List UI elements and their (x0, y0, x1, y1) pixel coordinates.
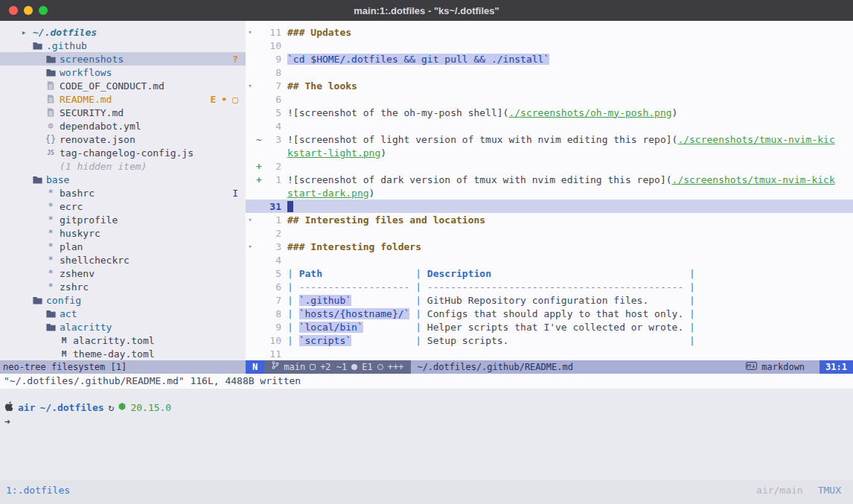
prompt-input-line[interactable]: ➜ (4, 416, 853, 430)
editor-line[interactable]: 4 (246, 119, 853, 133)
tree-item-dotfiles[interactable]: ▸~/.dotfiles (0, 25, 246, 39)
editor-line[interactable]: ~3![screenshot of light version of tmux … (246, 133, 853, 146)
editor-line[interactable]: ▾7## The looks (246, 79, 853, 92)
editor-line[interactable]: +1![screenshot of dark version of tmux w… (246, 173, 853, 186)
minimize-window-button[interactable] (24, 6, 33, 15)
tree-item-config[interactable]: config (0, 293, 246, 307)
tree-item-security-md[interactable]: SECURITY.md (0, 106, 246, 119)
tree-item-label: screenshots (60, 54, 124, 65)
apple-icon (4, 401, 13, 414)
line-text: ### Interesting folders (287, 241, 853, 252)
neotree-statusline: neo-tree filesystem [1] (0, 360, 246, 374)
tree-item-alacritty-toml[interactable]: Malacritty.toml (0, 334, 246, 347)
line-number: 10 (263, 40, 281, 51)
prompt-cwd: ~/.dotfiles (39, 402, 103, 413)
text-segment: | (415, 295, 427, 306)
editor-line[interactable]: 9| `local/bin` | Helper scripts that I'v… (246, 320, 853, 334)
editor-line[interactable]: 6 (246, 92, 853, 106)
tree-item-theme-day-toml[interactable]: Mtheme-day.toml (0, 347, 246, 360)
tree-item-zshenv[interactable]: *zshenv (0, 267, 246, 280)
tree-item-readme-md[interactable]: README.mdE•▢ (0, 92, 246, 106)
editor-line[interactable]: 5![screenshot of the oh-my-posh shell](.… (246, 106, 853, 119)
root-arrow-icon: ▸ (18, 28, 30, 37)
shell-pane[interactable]: air ~/.dotfiles ↻ 20.15.0 ➜ (0, 389, 853, 480)
editor-line[interactable]: 2 (246, 226, 853, 240)
tree-item-zshrc[interactable]: *zshrc (0, 280, 246, 293)
line-text: | Path | Description | (287, 268, 853, 279)
tree-item-plan[interactable]: *plan (0, 240, 246, 253)
shell-file-icon: * (45, 241, 57, 252)
tree-item-shellcheckrc[interactable]: *shellcheckrc (0, 253, 246, 267)
line-number: 6 (263, 281, 281, 293)
editor-line[interactable]: 4 (246, 253, 853, 267)
tree-item-label: gitprofile (60, 214, 118, 226)
fold-marker: ▾ (246, 82, 255, 89)
toml-file-icon: M (58, 336, 70, 345)
text-segment: | (689, 308, 695, 319)
editor-line[interactable]: 31 (246, 200, 853, 213)
tree-item-renovate-json[interactable]: {}renovate.json (0, 133, 246, 146)
text-segment: ------------------- (299, 281, 416, 293)
editor-line[interactable]: ▾11### Updates (246, 25, 853, 39)
tree-item-huskyrc[interactable]: *huskyrc (0, 226, 246, 240)
tree-item-github[interactable]: .github (0, 39, 246, 52)
shell-file-icon: * (45, 188, 57, 198)
editor-line[interactable]: 10| `scripts` | Setup scripts. | (246, 334, 853, 347)
tree-item-ecrc[interactable]: *ecrc (0, 200, 246, 213)
editor-line[interactable]: 8 (246, 66, 853, 79)
tree-item-workflows[interactable]: workflows (0, 66, 246, 79)
editor-line[interactable]: ▾3### Interesting folders (246, 240, 853, 253)
fold-marker: ▾ (246, 216, 255, 223)
buffer-changes-icon (310, 364, 316, 370)
tmux-session-name: air/main (756, 485, 803, 496)
close-window-button[interactable] (9, 6, 18, 15)
folder-icon (31, 296, 43, 304)
tree-item-bashrc[interactable]: *bashrcI (0, 186, 246, 200)
folder-icon (45, 310, 57, 318)
zoom-window-button[interactable] (39, 6, 48, 15)
line-number: 10 (263, 335, 281, 346)
editor-line[interactable]: 7| `.github` | GitHub Repository configu… (246, 293, 853, 307)
tree-item-dependabot-yml[interactable]: ⊙dependabot.yml (0, 119, 246, 133)
tree-item-tag-changelog-config-js[interactable]: JStag-changelog-config.js (0, 146, 246, 159)
markdown-icon (746, 360, 757, 374)
tree-item-label: zshenv (60, 268, 95, 279)
tmux-label: TMUX (818, 485, 841, 496)
tree-item-gitprofile[interactable]: *gitprofile (0, 213, 246, 226)
tree-item-screenshots[interactable]: screenshots? (0, 52, 246, 66)
tree-item-alacritty[interactable]: alacritty (0, 320, 246, 334)
tree-item-label: bashrc (60, 188, 95, 199)
editor-line[interactable]: 11 (246, 347, 853, 360)
editor-buffer: ▾11### Updates109`cd $HOME/.dotfiles && … (246, 21, 853, 360)
line-text: | `local/bin` | Helper scripts that I've… (287, 322, 853, 333)
diagnostics-icon (351, 364, 357, 370)
tmux-window-tab[interactable]: 1:.dotfiles (6, 485, 70, 496)
editor-line[interactable]: 8| `hosts/{hostname}/` | Configs that sh… (246, 307, 853, 320)
editor-line[interactable]: start-dark.png) (246, 186, 853, 200)
text-segment: ![screenshot of light version of tmux wi… (287, 134, 677, 145)
line-number: 7 (263, 80, 281, 92)
tree-item-code-of-conduct-md[interactable]: CODE_OF_CONDUCT.md (0, 79, 246, 92)
editor-line[interactable]: 6| ------------------- | ---------------… (246, 280, 853, 293)
tree-item-badges: I (232, 188, 246, 199)
editor-line[interactable]: +2 (246, 159, 853, 173)
status-badge: • (221, 94, 227, 105)
folder-icon (45, 55, 57, 63)
line-number: 1 (263, 174, 281, 185)
tree-item-1-hidden-item[interactable]: (1 hidden item) (0, 159, 246, 173)
editor-line[interactable]: 9`cd $HOME/.dotfiles && git pull && ./in… (246, 52, 853, 66)
text-segment: | (287, 268, 299, 279)
editor-line[interactable]: ▾1## Interesting files and locations (246, 213, 853, 226)
text-segment: ![screenshot of the oh-my-posh shell]( (287, 107, 508, 118)
tree-item-base[interactable]: base (0, 173, 246, 186)
line-text: ![screenshot of the oh-my-posh shell](./… (287, 107, 853, 118)
editor-line[interactable]: 5| Path | Description | (246, 267, 853, 280)
editor-line[interactable]: 10 (246, 39, 853, 52)
text-segment: `local/bin` (299, 322, 363, 333)
git-sign: ~ (255, 134, 263, 145)
traffic-lights (9, 6, 48, 15)
tree-item-act[interactable]: act (0, 307, 246, 320)
status-badge: I (232, 188, 238, 199)
tree-item-label: SECURITY.md (60, 107, 124, 118)
editor-line[interactable]: kstart-light.png) (246, 146, 853, 159)
